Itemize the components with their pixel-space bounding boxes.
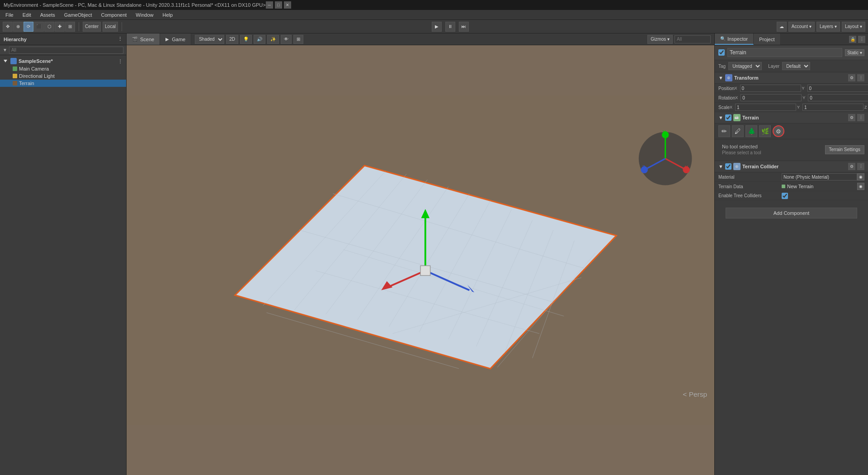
scene-options-icon[interactable]: ⋮ bbox=[118, 59, 123, 64]
move-tool-button[interactable]: ⊕ bbox=[13, 22, 23, 32]
terrain-data-dot bbox=[782, 185, 785, 188]
hierarchy-header: Hierarchy ⋮ bbox=[0, 33, 126, 45]
scale-z-label: Z bbox=[864, 105, 868, 109]
scale-tool-button[interactable]: ⬛ bbox=[34, 22, 44, 32]
terrain-component-header[interactable]: ▼ 🏔 Terrain ⚙ ⋮ bbox=[715, 112, 868, 124]
terrain-component-title: Terrain bbox=[742, 115, 846, 120]
viewport[interactable]: Y X Z < Persp bbox=[127, 45, 714, 475]
rotation-fields: X Y Z bbox=[735, 94, 868, 101]
rotation-y-input[interactable] bbox=[808, 94, 868, 101]
tab-inspector[interactable]: 🔍 Inspector bbox=[715, 33, 754, 45]
scene-search-input[interactable] bbox=[675, 35, 711, 43]
terrain-data-select-icon[interactable]: ◉ bbox=[857, 183, 864, 190]
hierarchy-item-maincamera[interactable]: Main Camera bbox=[0, 65, 126, 72]
terrain-collider-overflow-icon[interactable]: ⋮ bbox=[857, 163, 864, 170]
gizmos-button[interactable]: Gizmos ▾ bbox=[647, 35, 673, 44]
position-y-label: Y bbox=[802, 86, 807, 90]
scale-z-field: Z bbox=[864, 104, 868, 111]
rotation-x-input[interactable] bbox=[741, 94, 802, 101]
terrain-data-asset: New Terrain bbox=[782, 184, 814, 189]
layers-button[interactable]: Layers ▾ bbox=[816, 22, 840, 32]
tag-select[interactable]: Untagged bbox=[728, 62, 762, 70]
material-input[interactable] bbox=[782, 173, 857, 180]
play-button[interactable]: ▶ bbox=[432, 22, 442, 32]
custom-tool-button[interactable]: ⊞ bbox=[65, 22, 75, 32]
layout-label: Layout bbox=[845, 24, 859, 29]
inspector-lock-button[interactable]: 🔒 bbox=[849, 36, 856, 43]
tab-scene[interactable]: 🎬 Scene bbox=[127, 33, 160, 45]
terrain-overflow-icon[interactable]: ⋮ bbox=[857, 114, 864, 121]
rotation-x-label: X bbox=[735, 95, 740, 100]
layer-select[interactable]: Default bbox=[782, 62, 810, 70]
layout-button[interactable]: Layout ▾ bbox=[842, 22, 865, 32]
menu-edit[interactable]: Edit bbox=[21, 11, 33, 19]
material-select-icon[interactable]: ◉ bbox=[857, 173, 864, 180]
static-badge[interactable]: Static ▾ bbox=[845, 49, 864, 56]
menu-assets[interactable]: Assets bbox=[38, 11, 57, 19]
terrain-active-checkbox[interactable] bbox=[725, 114, 731, 121]
object-name-input[interactable] bbox=[727, 48, 842, 57]
local-global-button[interactable]: Local bbox=[103, 22, 118, 32]
transform-component-header[interactable]: ▼ ⊕ Transform ⚙ ⋮ bbox=[715, 72, 868, 84]
scene-light-button[interactable]: 💡 bbox=[240, 35, 252, 44]
terrain-collider-header[interactable]: ▼ ⊕ Terrain Collider ⚙ ⋮ bbox=[715, 161, 868, 172]
terrain-settings-button[interactable]: Terrain Settings bbox=[825, 145, 864, 154]
scene-hidden-button[interactable]: 👁 bbox=[281, 35, 292, 44]
terrain-create-neighbor-button[interactable]: ✏ bbox=[718, 125, 730, 137]
hand-tool-button[interactable]: ✥ bbox=[3, 22, 13, 32]
pause-button[interactable]: ⏸ bbox=[445, 22, 455, 32]
menu-bar: File Edit Assets GameObject Component Wi… bbox=[0, 10, 868, 20]
terrain-collider-title: Terrain Collider bbox=[742, 164, 846, 169]
rotate-tool-button[interactable]: ⟳ bbox=[24, 22, 33, 32]
tab-scene-label: Scene bbox=[140, 37, 154, 42]
collab-button[interactable]: ☁ bbox=[777, 22, 787, 32]
enable-tree-colliders-value bbox=[782, 193, 864, 199]
terrain-paint-height-button[interactable]: 🖊 bbox=[732, 125, 744, 137]
transform-settings-icon[interactable]: ⚙ bbox=[848, 74, 855, 81]
menu-file[interactable]: File bbox=[4, 11, 15, 19]
menu-component[interactable]: Component bbox=[99, 11, 128, 19]
account-button[interactable]: Account ▾ bbox=[788, 22, 815, 32]
minimize-button[interactable]: ─ bbox=[266, 1, 273, 9]
add-component-button[interactable]: Add Component bbox=[726, 208, 857, 218]
position-y-input[interactable] bbox=[807, 85, 868, 92]
enable-tree-colliders-checkbox[interactable] bbox=[782, 193, 788, 199]
hierarchy-item-directionallight[interactable]: Directional Light bbox=[0, 72, 126, 80]
rect-tool-button[interactable]: ⬡ bbox=[44, 22, 54, 32]
step-button[interactable]: ⏭ bbox=[459, 22, 469, 32]
terrain-collider-settings-icon[interactable]: ⚙ bbox=[848, 163, 855, 170]
render-mode-select[interactable]: Shaded bbox=[195, 35, 224, 44]
tab-game[interactable]: ▶ Game bbox=[160, 33, 191, 45]
scale-y-input[interactable] bbox=[802, 104, 863, 111]
hierarchy-search-input[interactable] bbox=[9, 47, 123, 54]
no-tool-text: No tool selected bbox=[722, 144, 761, 149]
scene-icon bbox=[10, 58, 17, 64]
svg-rect-25 bbox=[420, 266, 430, 276]
object-active-checkbox[interactable] bbox=[718, 49, 725, 56]
hierarchy-item-terrain[interactable]: Terrain bbox=[0, 80, 126, 87]
scene-audio-button[interactable]: 🔊 bbox=[254, 35, 265, 44]
scale-x-input[interactable] bbox=[735, 104, 796, 111]
terrain-settings-icon[interactable]: ⚙ bbox=[848, 114, 855, 121]
close-button[interactable]: ✕ bbox=[284, 1, 291, 9]
menu-help[interactable]: Help bbox=[160, 11, 175, 19]
inspector-more-button[interactable]: ⋮ bbox=[858, 36, 865, 43]
hierarchy-title: Hierarchy bbox=[4, 37, 118, 42]
center-pivot-button[interactable]: Center bbox=[83, 22, 101, 32]
menu-window[interactable]: Window bbox=[134, 11, 155, 19]
hierarchy-menu-icon[interactable]: ⋮ bbox=[118, 36, 123, 42]
terrain-paint-trees-button[interactable]: 🌲 bbox=[745, 125, 757, 137]
transform-tool-button[interactable]: ✚ bbox=[55, 22, 65, 32]
menu-gameobject[interactable]: GameObject bbox=[62, 11, 94, 19]
terrain-collider-active-checkbox[interactable] bbox=[725, 163, 731, 170]
scene-grid-button[interactable]: ⊞ bbox=[293, 35, 303, 44]
terrain-paint-details-button[interactable]: 🌿 bbox=[759, 125, 771, 137]
scene-fx-button[interactable]: ✨ bbox=[267, 35, 279, 44]
position-x-input[interactable] bbox=[740, 85, 801, 92]
2d-toggle-button[interactable]: 2D bbox=[226, 35, 238, 44]
transform-overflow-icon[interactable]: ⋮ bbox=[857, 74, 864, 81]
tab-project[interactable]: Project bbox=[754, 33, 780, 45]
hierarchy-item-samplescene[interactable]: SampleScene* ⋮ bbox=[0, 57, 126, 65]
maximize-button[interactable]: □ bbox=[275, 1, 282, 9]
terrain-settings-tool-button[interactable]: ⚙ bbox=[773, 125, 784, 137]
